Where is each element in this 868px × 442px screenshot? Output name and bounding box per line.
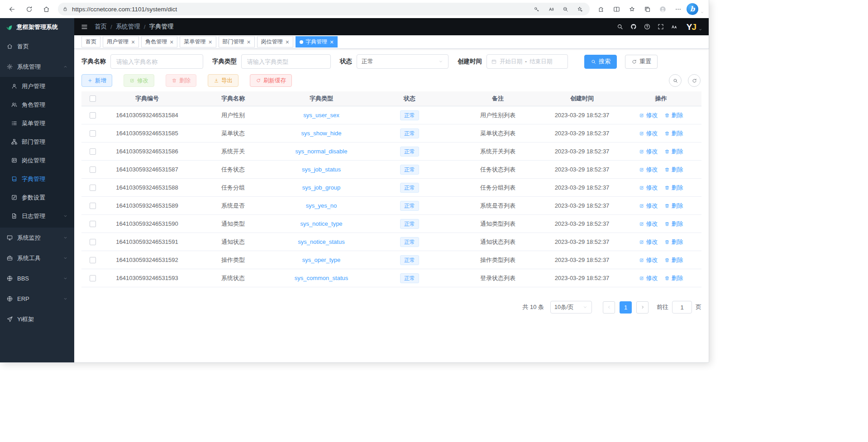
breadcrumb-item[interactable]: 首页 xyxy=(95,23,107,31)
row-edit-link[interactable]: 修改 xyxy=(639,274,658,282)
row-delete-link[interactable]: 删除 xyxy=(664,202,683,210)
status-select[interactable]: 正常 xyxy=(357,54,448,69)
add-button[interactable]: 新增 xyxy=(81,74,112,87)
dict-type-link[interactable]: sys_user_sex xyxy=(303,112,339,119)
delete-button[interactable]: 删除 xyxy=(166,74,196,87)
fullscreen-icon[interactable] xyxy=(654,21,668,33)
tab-close-icon[interactable]: × xyxy=(247,39,251,45)
export-button[interactable]: 导出 xyxy=(208,74,238,87)
star-add-icon[interactable] xyxy=(574,3,586,15)
row-delete-link[interactable]: 删除 xyxy=(664,166,683,174)
goto-page-input[interactable] xyxy=(672,301,692,314)
row-checkbox[interactable] xyxy=(90,221,96,227)
row-checkbox[interactable] xyxy=(90,166,96,173)
dict-type-link[interactable]: sys_job_group xyxy=(302,184,341,191)
row-edit-link[interactable]: 修改 xyxy=(639,147,658,156)
read-aloud-icon[interactable] xyxy=(545,3,557,15)
row-edit-link[interactable]: 修改 xyxy=(639,111,658,119)
row-checkbox[interactable] xyxy=(90,185,96,191)
avatar-icon[interactable] xyxy=(656,2,669,16)
dict-type-link[interactable]: sys_notice_status xyxy=(298,238,344,245)
dict-type-link[interactable]: sys_show_hide xyxy=(301,130,342,137)
search-icon[interactable] xyxy=(613,21,627,33)
github-icon[interactable] xyxy=(627,21,640,33)
refresh-cache-button[interactable]: 刷新缓存 xyxy=(250,74,292,87)
sidebar-item-role-management[interactable]: 角色管理 xyxy=(0,95,74,114)
hamburger-icon[interactable] xyxy=(81,23,88,31)
tab-user-management[interactable]: 用户管理× xyxy=(103,36,139,48)
back-icon[interactable] xyxy=(5,2,19,16)
row-edit-link[interactable]: 修改 xyxy=(639,256,658,264)
dict-type-link[interactable]: sys_common_status xyxy=(295,275,348,281)
tab-close-icon[interactable]: × xyxy=(330,39,334,45)
row-edit-link[interactable]: 修改 xyxy=(639,202,658,210)
search-icon[interactable] xyxy=(669,74,682,87)
tab-close-icon[interactable]: × xyxy=(131,39,135,45)
dict-type-link[interactable]: sys_normal_disable xyxy=(296,148,348,155)
collections-icon[interactable] xyxy=(640,2,654,16)
bing-button[interactable]: b xyxy=(687,3,698,15)
sidebar-item-post-management[interactable]: 岗位管理 xyxy=(0,151,74,170)
page-size-select[interactable]: 10条/页 xyxy=(550,301,592,314)
row-edit-link[interactable]: 修改 xyxy=(639,238,658,246)
tab-menu-management[interactable]: 菜单管理× xyxy=(180,36,216,48)
edit-button[interactable]: 修改 xyxy=(124,74,154,87)
tab-close-icon[interactable]: × xyxy=(286,39,289,45)
sidebar-item-yi-framework[interactable]: Yi框架 xyxy=(0,309,74,329)
row-checkbox[interactable] xyxy=(90,257,96,263)
dict-type-link[interactable]: sys_job_status xyxy=(302,166,341,173)
tab-dept-management[interactable]: 部门管理× xyxy=(219,36,255,48)
sidebar-item-system-tools[interactable]: 系统工具 xyxy=(0,248,74,268)
dict-type-link[interactable]: sys_yes_no xyxy=(306,202,337,209)
home-icon[interactable] xyxy=(39,2,53,16)
sidebar-item-log-management[interactable]: 日志管理 xyxy=(0,207,74,225)
row-delete-link[interactable]: 删除 xyxy=(664,220,683,228)
row-edit-link[interactable]: 修改 xyxy=(639,166,658,174)
row-delete-link[interactable]: 删除 xyxy=(664,256,683,264)
sidebar-item-system-management[interactable]: 系统管理 xyxy=(0,57,74,77)
sidebar-item-home[interactable]: 首页 xyxy=(0,36,74,57)
row-edit-link[interactable]: 修改 xyxy=(639,184,658,192)
sidebar-item-menu-management[interactable]: 菜单管理 xyxy=(0,114,74,133)
row-delete-link[interactable]: 删除 xyxy=(664,111,683,119)
prev-page-button[interactable] xyxy=(603,301,615,314)
row-checkbox[interactable] xyxy=(90,148,96,155)
row-checkbox[interactable] xyxy=(90,130,96,137)
key-icon[interactable] xyxy=(530,3,542,15)
split-screen-icon[interactable] xyxy=(610,2,623,16)
sidebar-item-erp[interactable]: ERP xyxy=(0,289,74,309)
breadcrumb-item[interactable]: 系统管理 xyxy=(116,23,140,31)
next-page-button[interactable] xyxy=(636,301,649,314)
app-logo-mark[interactable]: YJ xyxy=(687,23,696,31)
row-edit-link[interactable]: 修改 xyxy=(639,129,658,138)
row-checkbox[interactable] xyxy=(90,275,96,281)
dict-type-input[interactable] xyxy=(241,54,331,69)
extensions-icon[interactable] xyxy=(594,2,608,16)
reload-icon[interactable] xyxy=(22,2,36,16)
tab-role-management[interactable]: 角色管理× xyxy=(141,36,177,48)
sidebar-item-param-settings[interactable]: 参数设置 xyxy=(0,188,74,207)
sidebar-item-bbs[interactable]: BBS xyxy=(0,268,74,289)
reset-button[interactable]: 重置 xyxy=(625,55,658,69)
create-time-range[interactable]: 开始日期 - 结束日期 xyxy=(486,54,568,69)
select-all-checkbox[interactable] xyxy=(90,95,96,102)
sidebar-item-user-management[interactable]: 用户管理 xyxy=(0,77,74,95)
tab-home[interactable]: 首页 xyxy=(81,36,100,48)
row-delete-link[interactable]: 删除 xyxy=(664,274,683,282)
font-size-icon[interactable] xyxy=(668,21,681,33)
favorites-bar-icon[interactable] xyxy=(625,2,639,16)
dict-type-link[interactable]: sys_notice_type xyxy=(300,220,342,227)
sidebar-item-system-monitor[interactable]: 系统监控 xyxy=(0,228,74,248)
tab-dict-management[interactable]: 字典管理× xyxy=(296,36,338,48)
tab-post-management[interactable]: 岗位管理× xyxy=(257,36,293,48)
address-bar[interactable]: https://ccnetcore.com:1101/system/dict xyxy=(58,3,590,15)
sidebar-item-dict-management[interactable]: 字典管理 xyxy=(0,170,74,188)
dict-type-link[interactable]: sys_oper_type xyxy=(302,257,341,263)
search-button[interactable]: 搜索 xyxy=(584,55,617,69)
chevron-down-icon[interactable] xyxy=(700,10,704,14)
tab-close-icon[interactable]: × xyxy=(208,39,212,45)
sidebar-item-dept-management[interactable]: 部门管理 xyxy=(0,133,74,151)
row-checkbox[interactable] xyxy=(90,239,96,245)
row-checkbox[interactable] xyxy=(90,112,96,119)
row-checkbox[interactable] xyxy=(90,203,96,209)
